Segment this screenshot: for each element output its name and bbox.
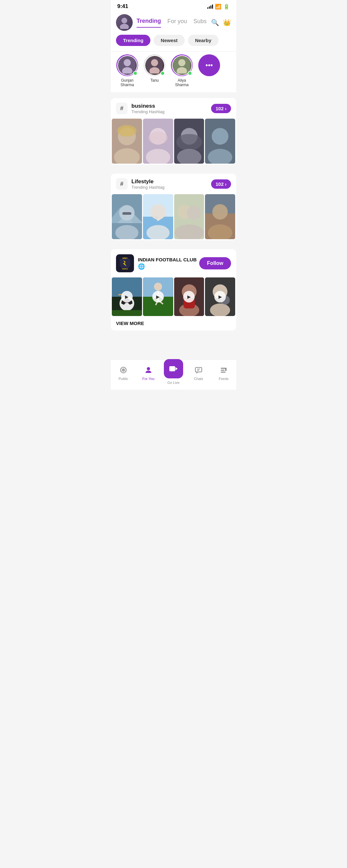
club-info: INDIAN FOOTBALL CLUB 🌐 (138, 257, 197, 270)
tab-for-you[interactable]: For you (167, 18, 187, 27)
avatar-image (116, 14, 133, 31)
ellipsis-icon: ••• (205, 61, 213, 69)
club-video-3[interactable]: ▶ (174, 277, 204, 316)
nav-go-live[interactable]: Go Live (164, 359, 183, 384)
filter-trending[interactable]: Trending (116, 35, 150, 46)
post-image-1[interactable] (112, 119, 142, 164)
view-more-button[interactable]: VIEW MORE (111, 316, 236, 331)
play-icon-4[interactable]: ▶ (214, 291, 226, 303)
follow-button[interactable]: Follow (199, 257, 231, 270)
club-video-2[interactable]: ▶ (143, 277, 173, 316)
chevron-right-icon-lifestyle: › (225, 181, 226, 187)
nav-for-you[interactable]: For You (139, 366, 158, 381)
svg-rect-17 (149, 131, 168, 144)
club-logo-area: WINDY RAMPAGE INDIAN FOOTBALL CLUB 🌐 (116, 254, 197, 272)
bottom-nav: Public For You Go Live (111, 360, 236, 390)
globe-icon: 🌐 (138, 263, 197, 270)
tab-trending[interactable]: Trending (136, 18, 161, 28)
club-video-4[interactable]: ▶ (205, 277, 235, 316)
svg-rect-84 (221, 370, 225, 371)
nav-feeds-label: Feeds (219, 377, 229, 381)
lifestyle-image-1[interactable] (112, 194, 142, 239)
public-icon (120, 366, 127, 376)
status-bar: 9:41 📶 🔋 (111, 0, 236, 11)
filter-newest[interactable]: Newest (154, 35, 185, 46)
search-icon[interactable]: 🔍 (211, 19, 219, 26)
post-image-3[interactable] (174, 119, 204, 164)
svg-point-58 (154, 283, 162, 290)
post-image-2[interactable] (143, 119, 173, 164)
go-live-button[interactable] (164, 359, 183, 378)
count-value: 102 (216, 106, 224, 111)
story-ring-tanu (144, 54, 165, 76)
club-video-1[interactable]: ▶ (112, 277, 142, 316)
svg-point-24 (212, 128, 228, 145)
svg-rect-86 (225, 368, 226, 371)
filter-row: Trending Newest Nearby (111, 31, 236, 51)
count-value-lifestyle: 102 (216, 181, 224, 187)
hashtag-card-business: # business Trending Hashtag 102 › (111, 98, 236, 164)
business-images-row (111, 119, 236, 164)
online-dot (160, 71, 165, 75)
lifestyle-image-2[interactable] (143, 194, 173, 239)
svg-rect-85 (221, 372, 226, 373)
card-header-lifestyle: # Lifestyle Trending Hashtag 102 › (111, 174, 236, 194)
hashtag-text-business: business Trending Hashtag (131, 103, 164, 114)
club-header: WINDY RAMPAGE INDIAN FOOTBALL CLUB 🌐 Fol… (111, 249, 236, 277)
svg-rect-53 (112, 310, 142, 316)
signal-icon (207, 4, 213, 9)
story-ring-aliya (171, 54, 193, 76)
wifi-icon: 📶 (215, 3, 221, 10)
story-aliya[interactable]: Aliya Sharma (170, 54, 193, 87)
online-dot (133, 71, 137, 75)
card-header-business: # business Trending Hashtag 102 › (111, 98, 236, 119)
post-image-4[interactable] (205, 119, 235, 164)
hashtag-icon-lifestyle: # (116, 178, 128, 190)
count-badge-business[interactable]: 102 › (211, 104, 231, 113)
filter-nearby[interactable]: Nearby (188, 35, 219, 46)
svg-text:WINDY: WINDY (122, 257, 128, 259)
tab-subs[interactable]: Subs (193, 18, 207, 27)
chevron-right-icon: › (225, 106, 226, 111)
nav-go-live-label: Go Live (167, 381, 180, 384)
hashtag-text-lifestyle: Lifestyle Trending Hashtag (131, 179, 164, 190)
club-name: INDIAN FOOTBALL CLUB (138, 257, 197, 262)
lifestyle-image-3[interactable] (174, 194, 204, 239)
nav-for-you-label: For You (142, 377, 155, 381)
svg-point-14 (117, 125, 136, 136)
count-badge-lifestyle[interactable]: 102 › (211, 179, 231, 189)
svg-point-6 (151, 59, 158, 66)
more-stories-button[interactable]: ••• (198, 54, 220, 76)
story-more[interactable]: ••• More (198, 54, 220, 87)
svg-rect-31 (122, 212, 131, 215)
story-gunjan[interactable]: Gunjan Sharma (116, 54, 138, 87)
story-name-gunjan: Gunjan Sharma (116, 78, 138, 87)
online-dot (188, 71, 192, 75)
hashtag-title-lifestyle: Lifestyle (131, 179, 164, 185)
club-card: WINDY RAMPAGE INDIAN FOOTBALL CLUB 🌐 Fol… (111, 249, 236, 331)
stories-row: Gunjan Sharma Tanu (111, 52, 236, 92)
play-icon-2[interactable]: ▶ (152, 291, 164, 303)
nav-feeds[interactable]: Feeds (214, 366, 233, 381)
nav-public[interactable]: Public (114, 366, 133, 381)
svg-rect-78 (169, 366, 175, 371)
story-tanu[interactable]: Tanu (144, 54, 165, 87)
svg-point-39 (187, 206, 201, 220)
nav-public-label: Public (119, 377, 128, 381)
hashtag-info-lifestyle: # Lifestyle Trending Hashtag (116, 178, 164, 190)
lifestyle-image-4[interactable] (205, 194, 235, 239)
svg-point-43 (212, 204, 228, 220)
lifestyle-images-row (111, 194, 236, 240)
svg-rect-21 (176, 134, 202, 150)
hashtag-info-business: # business Trending Hashtag (116, 102, 164, 114)
svg-rect-80 (195, 368, 202, 372)
svg-text:RAMPAGE: RAMPAGE (122, 269, 128, 270)
avatar[interactable] (116, 14, 133, 31)
nav-chats[interactable]: Chats (189, 366, 208, 381)
story-name-aliya: Aliya Sharma (170, 78, 193, 87)
svg-point-77 (147, 367, 150, 370)
crown-icon[interactable]: 👑 (223, 19, 231, 26)
club-videos-row: ▶ ▶ (111, 277, 236, 316)
story-ring-gunjan (116, 54, 138, 76)
play-icon-1[interactable]: ▶ (121, 291, 133, 303)
